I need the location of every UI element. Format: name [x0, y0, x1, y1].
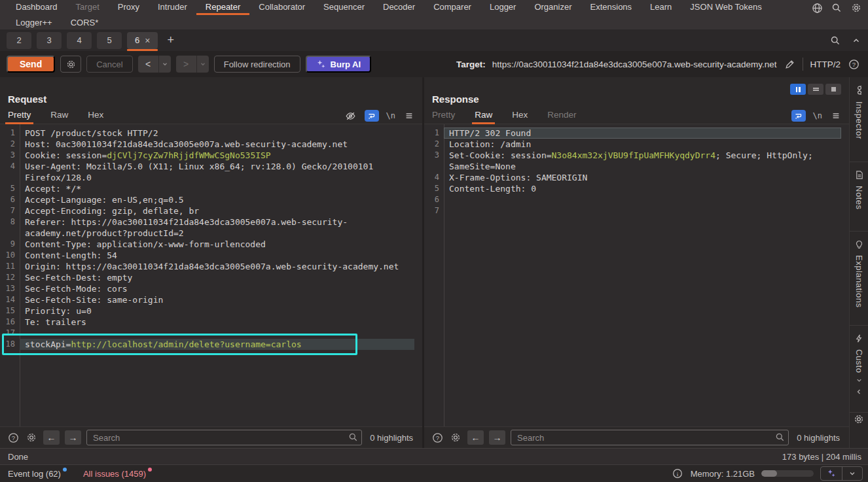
tab-close-icon[interactable]: × — [145, 36, 150, 45]
code-line[interactable]: 1HTTP/2 302 Found — [424, 128, 849, 139]
search-prev-button[interactable]: ← — [43, 430, 60, 445]
code-line[interactable]: 10Content-Length: 54 — [0, 250, 422, 261]
code-line[interactable]: 5Content-Length: 0 — [424, 183, 849, 194]
search-help-icon[interactable]: ? — [7, 431, 20, 444]
repeater-tab-5[interactable]: 5 — [97, 32, 122, 49]
code-line[interactable]: 2Location: /admin — [424, 139, 849, 150]
tab-render[interactable]: Render — [547, 107, 576, 124]
code-line[interactable]: 4X-Frame-Options: SAMEORIGIN — [424, 172, 849, 183]
follow-redirection-button[interactable]: Follow redirection — [214, 56, 300, 73]
history-forward-button[interactable]: > — [176, 56, 197, 73]
code-line[interactable]: 1POST /product/stock HTTP/2 — [0, 128, 422, 139]
code-line[interactable]: 12Sec-Fetch-Dest: empty — [0, 272, 422, 283]
send-settings-button[interactable] — [60, 56, 81, 73]
tab-pretty[interactable]: Pretty — [8, 107, 31, 124]
code-line[interactable]: 7 — [424, 205, 849, 216]
lines-view-button[interactable] — [808, 84, 823, 95]
menu-item-logger[interactable]: Logger — [480, 0, 525, 15]
settings-gear-icon[interactable] — [850, 1, 863, 14]
code-line[interactable]: 14Sec-Fetch-Site: same-origin — [0, 294, 422, 305]
menu-item-collaborator[interactable]: Collaborator — [249, 0, 314, 15]
edit-target-pencil-icon[interactable] — [783, 58, 796, 71]
new-tab-button[interactable]: + — [160, 33, 181, 47]
menu-item-cors[interactable]: CORS* — [62, 16, 108, 29]
menu-item-sequencer[interactable]: Sequencer — [314, 0, 374, 15]
search-next-button[interactable]: → — [65, 430, 81, 445]
code-line[interactable]: 8Referer: https://0ac30011034f21da84e3dc… — [0, 216, 422, 239]
word-wrap-button[interactable] — [791, 110, 806, 122]
code-line[interactable]: 16Te: trailers — [0, 317, 422, 328]
tab-pretty[interactable]: Pretty — [432, 107, 455, 124]
menu-item-target[interactable]: Target — [67, 0, 109, 15]
tab-raw[interactable]: Raw — [475, 107, 492, 124]
tab-hex[interactable]: Hex — [88, 107, 103, 124]
newline-toggle-icon[interactable]: \n — [813, 111, 822, 120]
code-line[interactable]: 3Set-Cookie: session=N3o84xm32xjVBU9fIpU… — [424, 150, 849, 172]
chevron-down-icon[interactable] — [842, 467, 862, 480]
history-back-button[interactable]: < — [138, 56, 159, 73]
sidebar-item-inspector[interactable]: Inspector — [850, 77, 868, 162]
pause-button[interactable] — [790, 84, 806, 95]
menu-item-extensions[interactable]: Extensions — [581, 0, 642, 15]
history-forward-dropdown[interactable] — [197, 56, 209, 73]
menu-item-dashboard[interactable]: Dashboard — [7, 0, 67, 15]
tab-raw[interactable]: Raw — [50, 107, 68, 124]
menu-item-decoder[interactable]: Decoder — [374, 0, 424, 15]
event-log-button[interactable]: Event log (62) — [8, 469, 66, 479]
code-line[interactable]: 11Origin: https://0ac30011034f21da84e3dc… — [0, 261, 422, 272]
sidebar-item-notes[interactable]: Notes — [850, 162, 868, 232]
code-line[interactable]: 5Accept: */* — [0, 183, 422, 194]
search-help-icon[interactable]: ? — [431, 431, 444, 444]
globe-icon[interactable] — [810, 1, 823, 14]
code-line[interactable]: 15Priority: u=0 — [0, 305, 422, 317]
code-line[interactable]: 3Cookie: session=djCVlj7cyZw7hRjjdfWMwCS… — [0, 150, 422, 161]
hide-nonprinting-eye-icon[interactable] — [344, 109, 357, 122]
code-line[interactable]: 2Host: 0ac30011034f21da84e3dca3005e007a.… — [0, 139, 422, 150]
search-settings-gear-icon[interactable] — [25, 431, 38, 444]
newline-toggle-icon[interactable]: \n — [386, 111, 395, 120]
sidebar-item-explanations[interactable]: Explanations — [850, 232, 868, 325]
burp-ai-button[interactable]: Burp AI — [306, 56, 371, 73]
repeater-tab-2[interactable]: 2 — [7, 32, 31, 49]
sidebar-settings-gear-icon[interactable] — [852, 413, 865, 426]
repeater-tab-4[interactable]: 4 — [67, 32, 92, 49]
all-issues-button[interactable]: All issues (1459) — [83, 469, 151, 479]
code-line[interactable]: 7Accept-Encoding: gzip, deflate, br — [0, 205, 422, 216]
code-line[interactable]: 6 — [424, 194, 849, 205]
send-button[interactable]: Send — [7, 56, 55, 73]
code-line[interactable]: 17 — [0, 328, 422, 339]
menu-item-comparer[interactable]: Comparer — [424, 0, 480, 15]
search-prev-button[interactable]: ← — [467, 430, 484, 445]
cancel-button[interactable]: Cancel — [86, 56, 132, 73]
sidebar-item-custom-actions[interactable]: Custo — [850, 326, 868, 412]
word-wrap-button[interactable] — [365, 110, 379, 122]
menu-item-logger-plus-plus[interactable]: Logger++ — [7, 16, 62, 29]
tab-hex[interactable]: Hex — [512, 107, 528, 124]
editor-menu-icon[interactable] — [403, 109, 416, 122]
code-line[interactable]: 9Content-Type: application/x-www-form-ur… — [0, 239, 422, 250]
stop-button[interactable] — [825, 84, 841, 95]
help-icon[interactable]: ? — [847, 58, 860, 71]
response-editor[interactable]: 1HTTP/2 302 Found2Location: /admin3Set-C… — [424, 124, 849, 426]
request-search-input[interactable] — [86, 430, 362, 445]
search-next-button[interactable]: → — [489, 430, 505, 445]
code-line[interactable]: 13Sec-Fetch-Mode: cors — [0, 283, 422, 294]
sparkles-icon[interactable] — [821, 467, 842, 480]
history-back-dropdown[interactable] — [159, 56, 171, 73]
response-search-input[interactable] — [511, 430, 789, 445]
code-line[interactable]: 6Accept-Language: en-US,en;q=0.5 — [0, 194, 422, 205]
search-settings-gear-icon[interactable] — [449, 431, 462, 444]
menu-item-json-web-tokens[interactable]: JSON Web Tokens — [681, 0, 770, 15]
menu-item-intruder[interactable]: Intruder — [149, 0, 196, 15]
search-icon[interactable] — [830, 1, 843, 14]
collapse-sidebar-icon[interactable] — [855, 388, 863, 396]
request-editor[interactable]: 1POST /product/stock HTTP/22Host: 0ac300… — [0, 124, 422, 426]
collapse-tabstrip-icon[interactable] — [850, 34, 863, 47]
info-icon[interactable]: i — [671, 467, 684, 480]
repeater-tab-3[interactable]: 3 — [37, 32, 62, 49]
menu-item-repeater[interactable]: Repeater — [196, 0, 249, 15]
menu-item-proxy[interactable]: Proxy — [109, 0, 149, 15]
editor-menu-icon[interactable] — [829, 109, 842, 122]
tab-search-icon[interactable] — [829, 34, 842, 47]
menu-item-learn[interactable]: Learn — [641, 0, 681, 15]
